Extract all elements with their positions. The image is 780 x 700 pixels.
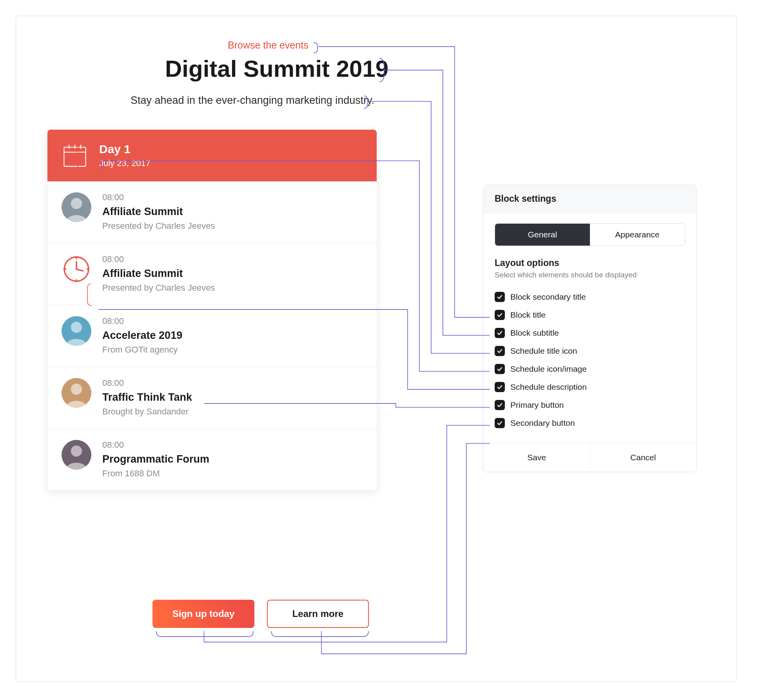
svg-point-19: [71, 445, 82, 457]
tab-general[interactable]: General: [495, 224, 590, 246]
event-description: From GOTit agency: [102, 345, 182, 355]
layout-option-row: Block title: [495, 306, 685, 324]
layout-option-row: Block subtitle: [495, 324, 685, 342]
schedule-day-date: July 23, 2017: [99, 158, 151, 168]
block-subtitle: Stay ahead in the ever-changing marketin…: [131, 94, 374, 107]
event-row: 08:00Traffic Think TankBrought by Sandan…: [47, 367, 377, 429]
event-description: Presented by Charles Jeeves: [102, 283, 215, 293]
checkbox[interactable]: [495, 346, 505, 356]
block-secondary-title: Browse the events: [228, 40, 308, 51]
event-title: Affiliate Summit: [102, 206, 215, 218]
event-row: 08:00Programmatic ForumFrom 1688 DM: [47, 429, 377, 490]
svg-point-6: [71, 198, 82, 209]
event-row: 08:00Affiliate SummitPresented by Charle…: [47, 181, 377, 243]
event-title: Traffic Think Tank: [102, 391, 192, 403]
avatar: [62, 316, 91, 346]
panel-heading: Block settings: [484, 185, 696, 213]
svg-rect-0: [64, 147, 85, 166]
avatar: [62, 192, 91, 222]
layout-option-label: Block subtitle: [510, 328, 559, 338]
schedule-day-label: Day 1: [99, 143, 151, 156]
button-row: Sign up today Learn more: [152, 600, 369, 628]
canvas-frame: Browse the events Digital Summit 2019 St…: [16, 16, 737, 682]
event-time: 08:00: [102, 254, 215, 264]
event-title: Accelerate 2019: [102, 329, 182, 342]
panel-footer: Save Cancel: [484, 443, 696, 472]
event-description: Brought by Sandander: [102, 407, 192, 417]
layout-options-title: Layout options: [495, 258, 685, 268]
checkbox[interactable]: [495, 292, 505, 302]
event-description: Presented by Charles Jeeves: [102, 221, 215, 231]
layout-options-subtitle: Select which elements should be displaye…: [495, 271, 685, 279]
layout-option-row: Primary button: [495, 396, 685, 414]
block-title: Digital Summit 2019: [165, 55, 388, 82]
layout-option-label: Schedule description: [510, 382, 587, 392]
layout-option-label: Primary button: [510, 400, 564, 410]
layout-option-label: Block secondary title: [510, 292, 586, 302]
layout-option-row: Schedule icon/image: [495, 360, 685, 378]
layout-option-label: Block title: [510, 310, 546, 320]
checkbox[interactable]: [495, 382, 505, 392]
event-time: 08:00: [102, 192, 215, 203]
layout-option-label: Secondary button: [510, 418, 575, 428]
tab-appearance[interactable]: Appearance: [590, 224, 685, 246]
checkbox[interactable]: [495, 418, 505, 428]
svg-line-9: [76, 269, 83, 271]
event-description: From 1688 DM: [102, 468, 209, 479]
calendar-icon: [62, 142, 88, 169]
schedule-card: Day 1 July 23, 2017 08:00Affiliate Summi…: [47, 130, 377, 490]
layout-option-row: Schedule title icon: [495, 342, 685, 360]
svg-point-15: [71, 322, 82, 333]
cancel-button[interactable]: Cancel: [590, 443, 697, 472]
checkbox[interactable]: [495, 328, 505, 338]
event-row: 08:00Affiliate SummitPresented by Charle…: [47, 243, 377, 305]
avatar: [62, 440, 91, 470]
svg-point-17: [71, 383, 82, 395]
event-row: 08:00Accelerate 2019From GOTit agency: [47, 305, 377, 367]
checkbox[interactable]: [495, 400, 505, 410]
schedule-header: Day 1 July 23, 2017: [47, 130, 377, 181]
save-button[interactable]: Save: [484, 443, 590, 472]
event-time: 08:00: [102, 378, 192, 388]
checkbox[interactable]: [495, 310, 505, 320]
event-time: 08:00: [102, 316, 182, 326]
tab-group: General Appearance: [495, 223, 685, 246]
event-time: 08:00: [102, 440, 209, 450]
settings-panel: Block settings General Appearance Layout…: [483, 184, 697, 472]
event-title: Programmatic Forum: [102, 453, 209, 465]
layout-option-row: Secondary button: [495, 414, 685, 432]
clock-icon: [62, 254, 91, 284]
checkbox[interactable]: [495, 364, 505, 374]
secondary-button[interactable]: Learn more: [267, 600, 369, 628]
event-title: Affiliate Summit: [102, 268, 215, 280]
layout-option-label: Schedule icon/image: [510, 364, 587, 374]
layout-option-row: Schedule description: [495, 378, 685, 396]
primary-button[interactable]: Sign up today: [152, 600, 254, 628]
layout-option-label: Schedule title icon: [510, 346, 577, 356]
layout-option-row: Block secondary title: [495, 288, 685, 306]
avatar: [62, 378, 91, 408]
